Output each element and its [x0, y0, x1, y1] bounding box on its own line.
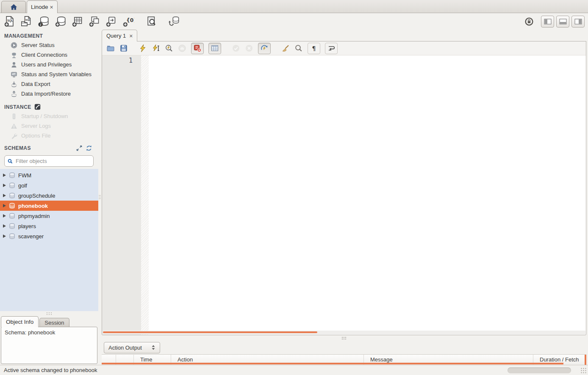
open-script-icon[interactable] — [106, 44, 115, 52]
toggle-invisible-characters-button[interactable]: ¶ — [308, 43, 320, 54]
info-tab-bar: Object Info Session — [0, 316, 98, 327]
expand-arrow-icon[interactable] — [3, 214, 6, 218]
connection-tab-close-icon[interactable]: × — [50, 4, 53, 11]
create-function-icon[interactable] — [122, 15, 134, 28]
stop-on-error-icon — [194, 44, 201, 52]
toggle-word-wrap-button[interactable] — [325, 43, 338, 54]
schema-filter-input[interactable] — [16, 158, 90, 164]
expand-schemas-icon[interactable] — [76, 145, 83, 152]
create-table-icon[interactable] — [71, 15, 83, 28]
tab-object-info[interactable]: Object Info — [1, 316, 39, 327]
query-tab-bar: Query 1 × — [102, 30, 586, 41]
line-number-gutter: 1 — [102, 55, 141, 335]
sidebar-item-options-file[interactable]: Options File — [0, 131, 98, 141]
find-icon[interactable] — [294, 44, 303, 52]
sql-text-area[interactable] — [149, 55, 586, 335]
server-status-icon — [11, 42, 17, 49]
commit-transaction-icon — [232, 44, 240, 52]
save-script-icon[interactable] — [119, 44, 128, 52]
sidebar-item-users-privileges[interactable]: Users and Privileges — [0, 60, 98, 69]
autocommit-icon — [260, 44, 269, 52]
sidebar-item-server-logs[interactable]: Server Logs — [0, 121, 98, 131]
create-view-icon[interactable] — [88, 15, 100, 28]
sidebar-bottom-splitter[interactable] — [0, 311, 98, 316]
schema-row-scavenger[interactable]: scavenger — [0, 231, 98, 241]
create-procedure-icon[interactable] — [105, 15, 117, 28]
reconnect-database-icon[interactable] — [168, 15, 180, 28]
query-tab-close-icon[interactable]: × — [129, 33, 133, 39]
rollback-transaction-icon — [245, 44, 253, 52]
window-tab-bar: Linode × — [0, 0, 588, 13]
users-icon — [11, 61, 17, 68]
management-section-header: MANAGEMENT — [0, 30, 98, 40]
server-logs-icon — [11, 123, 17, 130]
expand-arrow-icon[interactable] — [3, 234, 6, 238]
beautify-script-icon[interactable] — [281, 44, 290, 52]
open-sql-script-icon[interactable] — [20, 15, 33, 28]
sidebar-item-server-status[interactable]: Server Status — [0, 40, 98, 50]
sql-editor[interactable]: 1 — [102, 55, 586, 335]
status-bar: Active schema changed to phonebook — [0, 365, 588, 375]
expand-arrow-icon[interactable] — [3, 174, 6, 177]
sidebar-item-client-connections[interactable]: Client Connections — [0, 50, 98, 60]
sql-editor-panel: ¶ 1 — [102, 41, 586, 335]
editor-toolbar: ¶ — [102, 41, 586, 55]
sidebar-item-status-system-variables[interactable]: Status and System Variables — [0, 69, 98, 79]
tab-session[interactable]: Session — [39, 318, 69, 327]
expand-arrow-icon[interactable] — [3, 204, 6, 207]
schema-row-phpmyadmin[interactable]: phpmyadmin — [0, 211, 98, 221]
search-table-data-icon[interactable] — [145, 15, 157, 28]
new-sql-tab-icon[interactable] — [3, 15, 16, 28]
sidebar-item-startup-shutdown[interactable]: Startup / Shutdown — [0, 111, 98, 121]
window-resize-grip[interactable] — [580, 367, 587, 374]
pilcrow-icon: ¶ — [312, 45, 316, 52]
instance-section-header: INSTANCE — [0, 99, 98, 111]
toggle-bottom-panel-button[interactable] — [556, 16, 569, 28]
editor-output-splitter[interactable] — [102, 335, 586, 341]
expand-arrow-icon[interactable] — [3, 224, 6, 228]
connection-tab[interactable]: Linode × — [27, 0, 58, 13]
startup-shutdown-icon — [11, 113, 17, 120]
expand-arrow-icon[interactable] — [3, 184, 6, 187]
create-schema-icon[interactable] — [54, 15, 67, 28]
main-area: Query 1 × ¶ — [102, 30, 588, 365]
connection-lock-icon — [524, 17, 534, 26]
explain-plan-icon[interactable] — [165, 44, 173, 52]
editor-horizontal-scrollbar[interactable] — [103, 331, 317, 333]
data-import-icon — [11, 91, 17, 97]
output-horizontal-scrollbar[interactable] — [102, 363, 563, 364]
expand-arrow-icon[interactable] — [3, 194, 6, 197]
output-selector-bar: Action Output — [102, 341, 586, 354]
stop-execution-icon — [178, 44, 186, 52]
schema-filter[interactable] — [4, 155, 94, 167]
schema-row-fwm[interactable]: FWM — [0, 170, 98, 180]
object-info-panel: Schema: phonebook — [1, 327, 97, 364]
execute-current-statement-icon[interactable] — [152, 44, 160, 52]
connection-tab-label: Linode — [31, 4, 48, 10]
sidebar-item-data-import[interactable]: Data Import/Restore — [0, 89, 98, 99]
data-export-icon — [11, 81, 17, 88]
output-type-select[interactable]: Action Output — [104, 342, 160, 353]
code-fold-margin — [141, 55, 149, 335]
options-file-icon — [11, 132, 17, 139]
sidebar: MANAGEMENT Server Status Client Connecti… — [0, 30, 98, 365]
home-tab[interactable] — [1, 1, 26, 13]
toggle-right-panel-button[interactable] — [571, 16, 585, 28]
schema-inspector-icon[interactable] — [37, 15, 50, 28]
execute-script-icon[interactable] — [139, 44, 147, 52]
tab-query-1[interactable]: Query 1 × — [102, 30, 137, 41]
sidebar-item-data-export[interactable]: Data Export — [0, 79, 98, 89]
toggle-stop-on-error-button[interactable] — [191, 43, 204, 54]
schema-row-phonebook[interactable]: phonebook — [0, 201, 98, 211]
schema-row-golf[interactable]: golf — [0, 180, 98, 190]
toggle-autocommit-button[interactable] — [258, 43, 271, 54]
sidebar-splitter[interactable] — [98, 30, 102, 365]
schema-row-players[interactable]: players — [0, 221, 98, 231]
toggle-left-panel-button[interactable] — [541, 16, 554, 28]
limit-rows-button[interactable] — [208, 43, 221, 54]
output-vertical-scrollbar[interactable] — [585, 355, 586, 365]
schema-row-groupschedule[interactable]: groupSchedule — [0, 190, 98, 201]
status-message: Active schema changed to phonebook — [4, 367, 97, 373]
refresh-schemas-icon[interactable] — [86, 145, 92, 152]
schema-icon — [9, 223, 15, 229]
